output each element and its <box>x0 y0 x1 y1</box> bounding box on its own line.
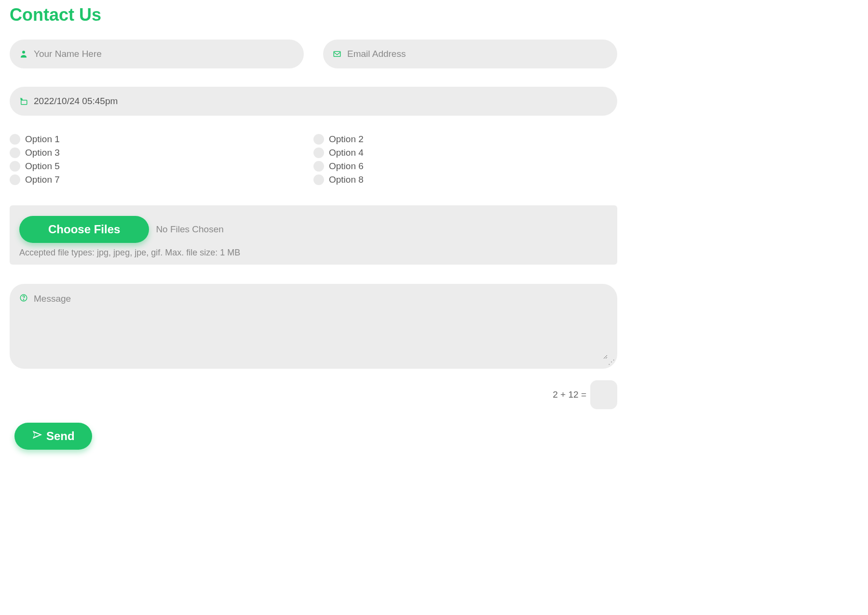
page-title: Contact Us <box>10 5 617 25</box>
resize-handle-icon: ⋰ <box>608 358 613 366</box>
name-input[interactable] <box>34 49 294 59</box>
radio-button[interactable] <box>10 134 20 145</box>
option-item: Option 7 <box>10 174 313 185</box>
choose-files-button[interactable]: Choose Files <box>19 216 149 243</box>
svg-rect-2 <box>21 100 27 105</box>
option-label: Option 4 <box>329 147 364 158</box>
radio-button[interactable] <box>313 161 324 172</box>
option-label: Option 2 <box>329 134 364 145</box>
datetime-row <box>10 87 617 116</box>
option-label: Option 5 <box>25 161 60 172</box>
name-email-row <box>10 40 617 68</box>
upload-box: Choose Files No Files Chosen Accepted fi… <box>10 205 617 265</box>
radio-button[interactable] <box>10 174 20 185</box>
radio-button[interactable] <box>313 134 324 145</box>
upload-status: No Files Chosen <box>156 224 223 235</box>
envelope-icon <box>333 50 341 58</box>
svg-rect-1 <box>334 52 340 57</box>
option-item: Option 6 <box>313 161 617 172</box>
radio-button[interactable] <box>10 161 20 172</box>
question-circle-icon <box>19 294 28 302</box>
option-label: Option 3 <box>25 147 60 158</box>
option-item: Option 4 <box>313 147 617 158</box>
upload-accepted-text: Accepted file types: jpg, jpeg, jpe, gif… <box>19 248 608 258</box>
svg-point-4 <box>23 299 24 300</box>
option-label: Option 8 <box>329 174 364 185</box>
option-item: Option 1 <box>10 134 313 145</box>
option-label: Option 6 <box>329 161 364 172</box>
option-label: Option 7 <box>25 174 60 185</box>
message-textarea[interactable] <box>34 294 608 359</box>
svg-point-0 <box>22 51 25 53</box>
option-item: Option 3 <box>10 147 313 158</box>
send-button-label: Send <box>46 429 75 443</box>
send-button[interactable]: Send <box>14 423 92 450</box>
options-grid: Option 1 Option 2 Option 3 Option 4 Opti… <box>10 134 617 185</box>
name-field-wrap <box>10 40 304 68</box>
message-field-wrap: ⋰ <box>10 284 617 369</box>
paper-plane-icon <box>32 429 42 443</box>
captcha-row: 2 + 12 = <box>10 380 617 409</box>
option-item: Option 2 <box>313 134 617 145</box>
option-label: Option 1 <box>25 134 60 145</box>
option-item: Option 8 <box>313 174 617 185</box>
captcha-label: 2 + 12 = <box>553 389 586 400</box>
person-icon <box>19 50 28 58</box>
radio-button[interactable] <box>313 174 324 185</box>
datetime-input[interactable] <box>34 96 608 107</box>
option-item: Option 5 <box>10 161 313 172</box>
datetime-field-wrap <box>10 87 617 116</box>
calendar-arrow-icon <box>19 97 28 106</box>
radio-button[interactable] <box>313 147 324 158</box>
email-field-wrap <box>323 40 617 68</box>
radio-button[interactable] <box>10 147 20 158</box>
captcha-input[interactable] <box>590 380 617 409</box>
email-input[interactable] <box>347 49 608 59</box>
upload-row: Choose Files No Files Chosen <box>19 216 608 243</box>
